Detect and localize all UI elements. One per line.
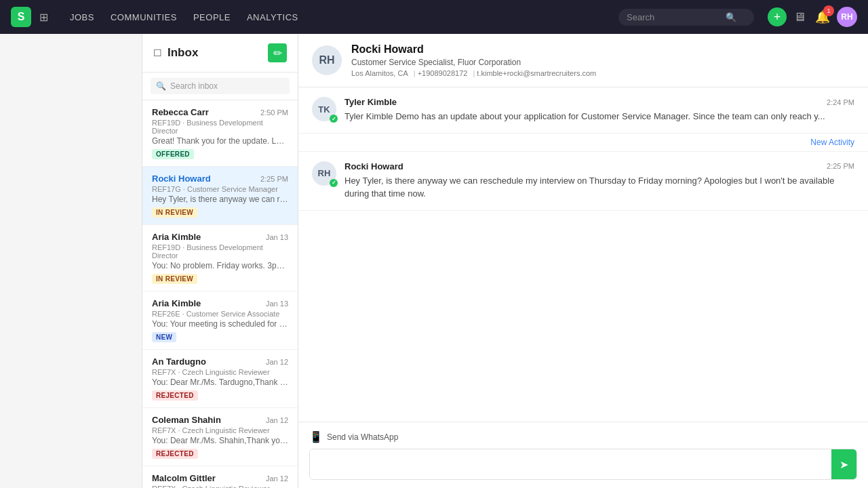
inbox-item-name: Rebecca Carr bbox=[152, 107, 209, 117]
navbar: S ⊞ JOBS COMMUNITIES PEOPLE ANALYTICS 🔍 … bbox=[0, 0, 868, 34]
msg-content: Tyler Kimble 2:24 PM Tyler Kimble Demo h… bbox=[344, 97, 854, 123]
nav-actions: + 🖥 🔔 1 RH bbox=[768, 7, 857, 27]
msg-time: 2:25 PM bbox=[827, 162, 854, 170]
inbox-item-preview: You: Dear Mr./Ms. Shahin,Thank you for .… bbox=[152, 436, 288, 445]
inbox-item-ref: REF7X · Czech Linguistic Reviewer bbox=[152, 485, 288, 488]
inbox-search: 🔍 bbox=[142, 73, 298, 100]
new-activity-divider: New Activity bbox=[298, 134, 868, 152]
inbox-item-name: Aria Kimble bbox=[152, 298, 201, 308]
inbox-item[interactable]: Aria Kimble Jan 13 REF19D · Business Dev… bbox=[142, 225, 298, 291]
status-badge: REJECTED bbox=[152, 390, 198, 401]
msg-avatar: RH ✓ bbox=[312, 161, 336, 186]
whatsapp-row: 📱 Send via WhatsApp bbox=[309, 430, 857, 443]
nav-link-people[interactable]: PEOPLE bbox=[193, 12, 231, 22]
search-bar[interactable]: 🔍 bbox=[618, 9, 754, 26]
contact-header: RH Rocki Howard Customer Service Special… bbox=[298, 34, 868, 87]
whatsapp-label: Send via WhatsApp bbox=[327, 432, 398, 442]
message-panel: RH Rocki Howard Customer Service Special… bbox=[298, 34, 868, 488]
inbox-item-preview: Great! Thank you for the update. Looking… bbox=[152, 136, 288, 146]
inbox-item-name: Coleman Shahin bbox=[152, 415, 221, 425]
sidebar bbox=[0, 34, 142, 488]
msg-avatar: TK ✓ bbox=[312, 97, 336, 121]
status-badge: IN REVIEW bbox=[152, 274, 197, 284]
inbox-item[interactable]: Rebecca Carr 2:50 PM REF19D · Business D… bbox=[142, 100, 298, 167]
inbox-item[interactable]: Malcolm Gittler Jan 12 REF7X · Czech Lin… bbox=[142, 466, 298, 488]
whatsapp-icon: 📱 bbox=[309, 430, 323, 443]
nav-link-communities[interactable]: COMMUNITIES bbox=[111, 12, 177, 22]
inbox-item-preview: Hey Tyler, is there anyway we can resche… bbox=[152, 195, 288, 204]
verified-dot: ✓ bbox=[330, 179, 338, 187]
inbox-item-name: Malcolm Gittler bbox=[152, 473, 216, 483]
search-icon-inbox: 🔍 bbox=[156, 81, 166, 91]
notification-badge: 1 bbox=[823, 5, 834, 16]
msg-text: Hey Tyler, is there anyway we can resche… bbox=[344, 174, 854, 201]
inbox-item-time: Jan 12 bbox=[266, 358, 288, 366]
msg-sender-name: Tyler Kimble bbox=[344, 97, 397, 107]
monitor-icon-wrapper: 🖥 bbox=[793, 10, 806, 24]
compose-area: 📱 Send via WhatsApp ➤ bbox=[298, 422, 868, 488]
msg-text: Tyler Kimble Demo has an update about yo… bbox=[344, 110, 854, 123]
inbox-item-time: Jan 12 bbox=[266, 416, 288, 424]
nav-link-analytics[interactable]: ANALYTICS bbox=[247, 12, 298, 22]
inbox-item-time: Jan 13 bbox=[266, 233, 288, 241]
contact-location: Los Alamitos, CA bbox=[351, 69, 408, 77]
inbox-item-ref: REF7X · Czech Linguistic Reviewer bbox=[152, 426, 288, 434]
brand: S ⊞ bbox=[11, 7, 51, 27]
contact-job-title: Customer Service Specialist, Fluor Corpo… bbox=[351, 58, 596, 67]
msg-content: Rocki Howard 2:25 PM Hey Tyler, is there… bbox=[344, 161, 854, 201]
status-badge: NEW bbox=[152, 332, 176, 342]
inbox-item-preview: You: Your meeting is scheduled for Janua… bbox=[152, 319, 288, 329]
inbox-item[interactable]: Rocki Howard 2:25 PM REF17G · Customer S… bbox=[142, 167, 298, 225]
message-item: RH ✓ Rocki Howard 2:25 PM Hey Tyler, is … bbox=[298, 152, 868, 211]
compose-textarea[interactable] bbox=[310, 449, 831, 479]
inbox-item-time: Jan 13 bbox=[266, 300, 288, 308]
inbox-title-area: ☐ Inbox bbox=[153, 46, 262, 60]
inbox-item-ref: REF26E · Customer Service Associate bbox=[152, 310, 288, 318]
contact-name: Rocki Howard bbox=[351, 43, 596, 56]
msg-sender-name: Rocki Howard bbox=[344, 161, 403, 171]
inbox-item[interactable]: Coleman Shahin Jan 12 REF7X · Czech Ling… bbox=[142, 408, 298, 466]
inbox-title: Inbox bbox=[167, 46, 198, 60]
inbox-item-ref: REF19D · Business Development Director bbox=[152, 243, 288, 260]
inbox-item[interactable]: Aria Kimble Jan 13 REF26E · Customer Ser… bbox=[142, 291, 298, 350]
contact-email: t.kimble+rocki@smartrecruiters.com bbox=[473, 69, 596, 77]
monitor-icon[interactable]: 🖥 bbox=[793, 10, 806, 24]
inbox-item-preview: You: Dear Mr./Ms. Tardugno,Thank you for… bbox=[152, 378, 288, 387]
inbox-item-name: Aria Kimble bbox=[152, 232, 201, 242]
compose-button[interactable]: ✏ bbox=[268, 43, 287, 62]
status-badge: IN REVIEW bbox=[152, 207, 197, 218]
user-avatar[interactable]: RH bbox=[837, 7, 857, 27]
inbox-item[interactable]: An Tardugno Jan 12 REF7X · Czech Linguis… bbox=[142, 350, 298, 408]
status-badge: REJECTED bbox=[152, 449, 198, 459]
nav-link-jobs[interactable]: JOBS bbox=[70, 12, 94, 22]
status-badge: OFFERED bbox=[152, 149, 194, 159]
inbox-item-ref: REF7X · Czech Linguistic Reviewer bbox=[152, 368, 288, 376]
contact-info: Rocki Howard Customer Service Specialist… bbox=[351, 43, 596, 77]
send-button[interactable]: ➤ bbox=[831, 449, 856, 479]
inbox-list: Rebecca Carr 2:50 PM REF19D · Business D… bbox=[142, 100, 298, 488]
contact-details: Los Alamitos, CA +19089028172 t.kimble+r… bbox=[351, 69, 596, 77]
inbox-item-time: Jan 12 bbox=[266, 474, 288, 483]
inbox-item-time: 2:50 PM bbox=[260, 108, 288, 117]
contact-avatar: RH bbox=[312, 45, 342, 75]
main-wrapper: ☐ Inbox ✏ 🔍 Rebecca Carr 2:50 PM REF19D … bbox=[0, 34, 868, 488]
inbox-header: ☐ Inbox ✏ bbox=[142, 34, 298, 73]
nav-links: JOBS COMMUNITIES PEOPLE ANALYTICS bbox=[70, 12, 298, 22]
inbox-item-preview: You: No problem. Friday works. 3pm ok? bbox=[152, 261, 288, 270]
nav-menu-icon[interactable]: ⊞ bbox=[37, 8, 51, 26]
inbox-search-inner: 🔍 bbox=[151, 78, 290, 94]
verified-dot: ✓ bbox=[330, 115, 338, 123]
search-input[interactable] bbox=[627, 12, 722, 22]
compose-input-row: ➤ bbox=[309, 449, 857, 480]
inbox-item-name: An Tardugno bbox=[152, 357, 206, 367]
messages-area: TK ✓ Tyler Kimble 2:24 PM Tyler Kimble D… bbox=[298, 87, 868, 422]
brand-logo[interactable]: S bbox=[11, 7, 31, 27]
inbox-panel: ☐ Inbox ✏ 🔍 Rebecca Carr 2:50 PM REF19D … bbox=[142, 34, 298, 488]
add-button[interactable]: + bbox=[768, 7, 787, 26]
search-icon[interactable]: 🔍 bbox=[726, 12, 736, 22]
message-item: TK ✓ Tyler Kimble 2:24 PM Tyler Kimble D… bbox=[298, 87, 868, 134]
inbox-item-time: 2:25 PM bbox=[260, 175, 288, 183]
inbox-folder-icon: ☐ bbox=[153, 47, 162, 58]
inbox-search-input[interactable] bbox=[170, 81, 284, 91]
inbox-item-name: Rocki Howard bbox=[152, 174, 211, 184]
